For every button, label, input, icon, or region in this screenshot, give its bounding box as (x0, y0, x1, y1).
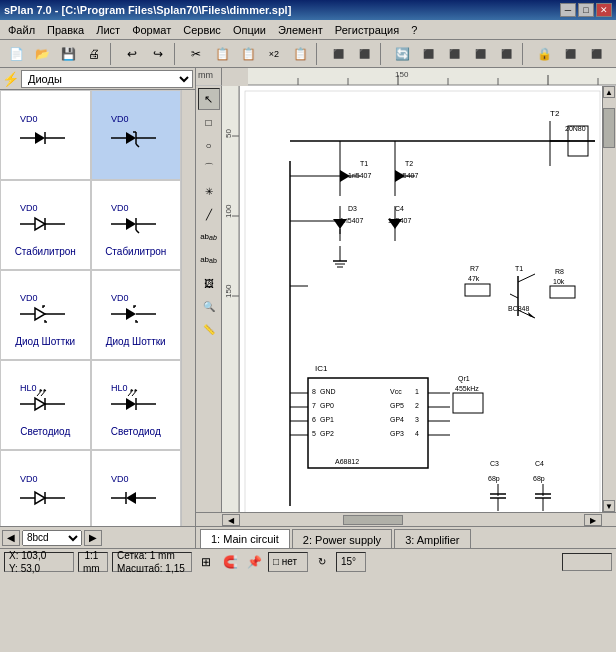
zoom-sel-button[interactable]: ⬛ (494, 43, 518, 65)
sep3 (316, 43, 322, 65)
menu-registration[interactable]: Регистрация (329, 22, 405, 38)
nav-next-button[interactable]: ▶ (84, 530, 102, 546)
zoom-out-button[interactable]: ⬛ (468, 43, 492, 65)
svg-text:Qr1: Qr1 (458, 375, 470, 383)
zoom-in-button[interactable]: ⬛ (442, 43, 466, 65)
undo-button[interactable]: ↩ (120, 43, 144, 65)
menu-file[interactable]: Файл (2, 22, 41, 38)
print-button[interactable]: 🖨 (82, 43, 106, 65)
align-left-button[interactable]: ⬛ (326, 43, 350, 65)
component-cell-zener1[interactable]: VD0 Стабилитрон (0, 180, 91, 270)
copy-button[interactable]: 📋 (210, 43, 234, 65)
zener-diode-symbol: VD0 (106, 110, 166, 160)
svg-text:VD0: VD0 (111, 293, 129, 303)
minimize-button[interactable]: ─ (560, 3, 576, 17)
angle-display: 15° (336, 552, 366, 572)
cut-button[interactable]: ✂ (184, 43, 208, 65)
snap-icon-button[interactable]: 🧲 (220, 552, 240, 572)
menu-format[interactable]: Формат (126, 22, 177, 38)
horizontal-scrollbar-container: ◀ ▶ (196, 512, 616, 526)
scroll-thumb-h[interactable] (343, 515, 403, 525)
align-right-button[interactable]: ⬛ (352, 43, 376, 65)
component-cell-led2[interactable]: HL0 Светодиод (91, 360, 182, 450)
text-tool2[interactable]: abab (198, 249, 220, 271)
component-cell-schottky2[interactable]: VD0 Диод Шоттки (91, 270, 182, 360)
circle-tool[interactable]: ○ (198, 134, 220, 156)
scroll-down-button[interactable]: ▼ (603, 500, 615, 512)
scroll-left-button[interactable]: ◀ (222, 514, 240, 526)
svg-marker-51 (35, 492, 45, 504)
component-cell-d5[interactable]: VD0 (0, 450, 91, 526)
select-tool[interactable]: ↖ (198, 88, 220, 110)
comp-label: Стабилитрон (15, 246, 76, 257)
nav-prev-button[interactable]: ◀ (2, 530, 20, 546)
copy-x2-button[interactable]: ×2 (262, 43, 286, 65)
svg-marker-42 (126, 398, 136, 410)
titlebar: sPlan 7.0 - [C:\Program Files\Splan70\Fi… (0, 0, 616, 20)
comp-label: Диод Шоттки (15, 336, 75, 347)
svg-text:VD0: VD0 (111, 474, 129, 484)
menu-options[interactable]: Опции (227, 22, 272, 38)
polyline-tool[interactable]: ⌒ (198, 157, 220, 179)
rectangle-tool[interactable]: □ (198, 111, 220, 133)
category-dropdown[interactable]: Диоды (21, 70, 193, 88)
text-tool1[interactable]: abab (198, 226, 220, 248)
tab-main-circuit[interactable]: 1: Main circuit (200, 529, 290, 548)
svg-line-21 (136, 230, 139, 233)
svg-text:R7: R7 (470, 265, 479, 272)
scroll-up-button[interactable]: ▲ (603, 86, 615, 98)
component-scrollbar[interactable] (181, 90, 195, 526)
close-button[interactable]: ✕ (596, 3, 612, 17)
save-button[interactable]: 💾 (56, 43, 80, 65)
image-tool[interactable]: 🖼 (198, 272, 220, 294)
menu-element[interactable]: Элемент (272, 22, 329, 38)
drawing-tools: ↖ □ ○ ⌒ ✳ ╱ abab abab 🖼 🔍 📏 (196, 86, 222, 512)
scroll-thumb-v[interactable] (603, 108, 615, 148)
component-cell-selected[interactable]: VD0 (91, 90, 182, 180)
zoom-fit-button[interactable]: ⬛ (416, 43, 440, 65)
net-display: □ нет (268, 552, 308, 572)
component-cell-schottky1[interactable]: VD0 Диод Шоттки (0, 270, 91, 360)
svg-text:HL0: HL0 (111, 383, 128, 393)
group-button[interactable]: ⬛ (558, 43, 582, 65)
svg-text:GP0: GP0 (320, 402, 334, 409)
scroll-spacer (196, 513, 222, 526)
svg-marker-33 (35, 398, 45, 410)
vertical-scrollbar[interactable]: ▲ ▼ (602, 86, 616, 512)
svg-text:GP3: GP3 (390, 430, 404, 437)
new-button[interactable]: 📄 (4, 43, 28, 65)
zener-diode-symbol2: VD0 (106, 194, 166, 244)
zoom-tool[interactable]: 🔍 (198, 295, 220, 317)
menu-edit[interactable]: Правка (41, 22, 90, 38)
grid-icon-button[interactable]: ⊞ (196, 552, 216, 572)
star-tool[interactable]: ✳ (198, 180, 220, 202)
lock-button[interactable]: 🔒 (532, 43, 556, 65)
scroll-track-h (240, 514, 584, 526)
extra-button[interactable]: ⬛ (584, 43, 608, 65)
tab-power-supply[interactable]: 2: Power supply (292, 529, 392, 548)
svg-text:VD0: VD0 (20, 203, 38, 213)
component-cell-d6[interactable]: VD0 (91, 450, 182, 526)
component-cell[interactable]: VD0 (0, 90, 91, 180)
menu-help[interactable]: ? (405, 22, 423, 38)
maximize-button[interactable]: □ (578, 3, 594, 17)
paste-button[interactable]: 📋 (236, 43, 260, 65)
schottky-symbol: VD0 (15, 284, 75, 334)
schematic-canvas[interactable]: T2 20N80 T1 T2 1ri5407 1ri5407 (240, 86, 602, 512)
measure-tool[interactable]: 📏 (198, 318, 220, 340)
scroll-right-button[interactable]: ▶ (584, 514, 602, 526)
menu-service[interactable]: Сервис (177, 22, 227, 38)
page-selector[interactable]: 8bcd (22, 530, 82, 546)
pin-icon-button[interactable]: 📌 (244, 552, 264, 572)
svg-text:3: 3 (415, 416, 419, 423)
open-button[interactable]: 📂 (30, 43, 54, 65)
tab-amplifier[interactable]: 3: Amplifier (394, 529, 470, 548)
component-cell-led1[interactable]: HL0 Светодиод (0, 360, 91, 450)
refresh-button[interactable]: 🔄 (390, 43, 414, 65)
redo-button[interactable]: ↪ (146, 43, 170, 65)
svg-marker-2 (35, 132, 45, 144)
menu-sheet[interactable]: Лист (90, 22, 126, 38)
wire-tool[interactable]: ╱ (198, 203, 220, 225)
component-cell-zener2[interactable]: VD0 Стабилитрон (91, 180, 182, 270)
paste2-button[interactable]: 📋 (288, 43, 312, 65)
